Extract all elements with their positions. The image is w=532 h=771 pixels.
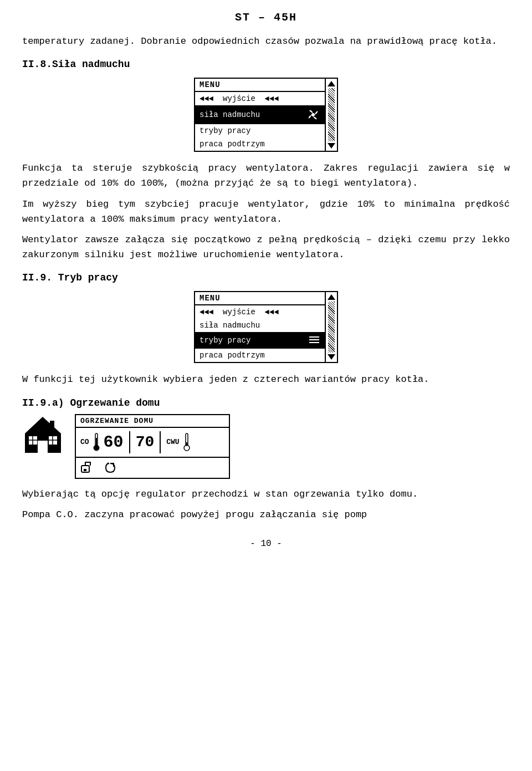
section-8-heading: II.8.Siła nadmuchu bbox=[22, 59, 510, 70]
section8-p3: Wentylator zawsze załącza się początkowo… bbox=[22, 232, 510, 262]
section9-p1: W funkcji tej użytkownik wybiera jeden z… bbox=[22, 372, 510, 387]
scroll-down-icon-2 bbox=[328, 354, 335, 360]
ogrzewanie-title: OGRZEWANIE DOMU bbox=[76, 415, 229, 428]
svg-rect-8 bbox=[38, 441, 48, 453]
scroll-track-2 bbox=[328, 302, 335, 353]
intro-paragraph: temperatury zadanej. Dobranie odpowiedni… bbox=[22, 34, 510, 49]
pump-icon bbox=[80, 461, 96, 474]
menu2-scrollbar bbox=[325, 292, 337, 362]
co-label: CO bbox=[80, 438, 89, 446]
menu2-item-3: praca podtrzym bbox=[195, 349, 325, 362]
fan-icon bbox=[306, 108, 320, 122]
menu1-item-2: tryby pracy bbox=[195, 124, 325, 137]
menu1-item-1: siła nadmuchu bbox=[195, 105, 325, 124]
section-9-heading: II.9. Tryb pracy bbox=[22, 272, 510, 283]
house-icon bbox=[22, 414, 64, 456]
menu2-item-0: ◄◄◄ wyjście ◄◄◄ bbox=[195, 305, 325, 319]
section8-p1: Funkcja ta steruje szybkością pracy went… bbox=[22, 161, 510, 191]
thermometer-cwu-icon bbox=[183, 432, 191, 452]
scroll-down-icon bbox=[328, 143, 335, 149]
cycle-icon bbox=[103, 461, 118, 474]
svg-rect-2 bbox=[309, 339, 319, 340]
menu1-title: MENU bbox=[195, 79, 325, 92]
co-temp: 60 bbox=[104, 433, 124, 452]
co-set-temp: 70 bbox=[136, 433, 155, 451]
svg-point-0 bbox=[311, 113, 315, 116]
scroll-up-icon-2 bbox=[328, 294, 335, 300]
menu2-item-2: tryby pracy bbox=[195, 332, 325, 349]
svg-rect-1 bbox=[309, 336, 319, 338]
menu1-item-0: ◄◄◄ wyjście ◄◄◄ bbox=[195, 92, 325, 105]
section-9a-heading: II.9.a) Ogrzewanie domu bbox=[22, 397, 510, 409]
menu-image-2: MENU ◄◄◄ wyjście ◄◄◄ siła nadmuchu tryby… bbox=[22, 291, 510, 363]
ogrzewanie-box: OGRZEWANIE DOMU CO 60 70 CWU bbox=[75, 414, 230, 479]
cwu-label: CWU bbox=[166, 438, 179, 446]
scroll-track bbox=[328, 88, 335, 141]
list-icon bbox=[308, 334, 320, 346]
section9a-p1: Wybierając tą opcję regulator przechodzi… bbox=[22, 487, 510, 502]
svg-point-16 bbox=[94, 445, 99, 451]
menu1-scrollbar bbox=[325, 79, 337, 151]
section9a-p2: Pompa C.O. zaczyna pracować powyżej prog… bbox=[22, 507, 510, 522]
thermometer-co-icon bbox=[93, 432, 100, 452]
page-title: ST – 45H bbox=[22, 11, 510, 24]
menu-image-1: MENU ◄◄◄ wyjście ◄◄◄ siła nadmuchu tryby… bbox=[22, 78, 510, 152]
scroll-up-icon bbox=[328, 81, 335, 86]
menu1-item-3: praca podtrzym bbox=[195, 137, 325, 151]
menu2-title: MENU bbox=[195, 292, 325, 305]
section8-p2: Im wyższy bieg tym szybciej pracuje went… bbox=[22, 197, 510, 227]
menu2-item-1: siła nadmuchu bbox=[195, 319, 325, 332]
house-icon-block bbox=[22, 414, 64, 456]
svg-rect-21 bbox=[84, 469, 86, 471]
svg-rect-3 bbox=[309, 342, 319, 343]
svg-rect-9 bbox=[50, 421, 54, 428]
page-footer: - 10 - bbox=[22, 539, 510, 549]
svg-rect-15 bbox=[96, 438, 97, 446]
svg-marker-5 bbox=[25, 417, 61, 433]
